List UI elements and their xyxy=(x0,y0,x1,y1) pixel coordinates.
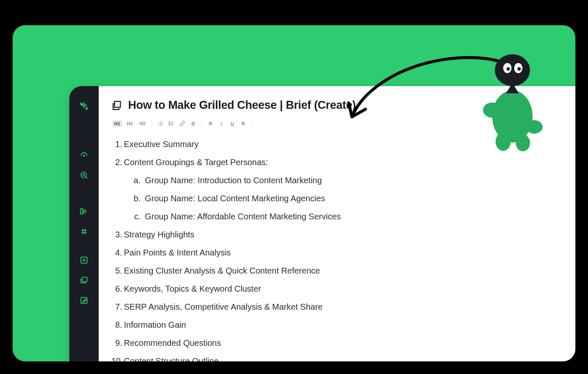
app-background-frame: How to Make Grilled Cheese | Brief (Crea… xyxy=(13,25,575,361)
svg-point-43 xyxy=(517,67,521,71)
edit-note-icon[interactable] xyxy=(76,292,92,309)
svg-point-42 xyxy=(507,67,510,71)
heading-h2-button[interactable]: H2 xyxy=(125,120,135,127)
hash-icon[interactable] xyxy=(76,223,92,240)
columns-icon[interactable] xyxy=(76,203,92,220)
svg-rect-5 xyxy=(81,209,83,214)
plus-square-icon[interactable] xyxy=(76,252,92,269)
heading-h1-button[interactable]: H1 xyxy=(112,120,122,127)
search-zoom-icon[interactable] xyxy=(76,167,92,184)
sidebar xyxy=(69,86,99,361)
list-item[interactable]: Pain Points & Intent Analysis xyxy=(121,246,559,259)
underline-button[interactable]: U xyxy=(228,120,236,127)
list-item[interactable]: Recommended Questions xyxy=(121,337,559,349)
speedometer-icon[interactable] xyxy=(76,147,92,163)
code-icon[interactable] xyxy=(189,119,197,128)
link-icon[interactable] xyxy=(178,119,186,128)
toolbar-divider xyxy=(202,120,202,127)
list-item[interactable]: Information Gain xyxy=(121,319,559,331)
heading-h3-button[interactable]: H3 xyxy=(137,120,147,127)
italic-button[interactable]: I xyxy=(217,120,226,127)
svg-point-29 xyxy=(169,125,170,126)
list-item[interactable]: Keywords, Topics & Keyword Cluster xyxy=(121,282,559,295)
svg-rect-17 xyxy=(115,101,121,107)
list-item[interactable]: Strategy Highlights xyxy=(121,228,559,241)
svg-point-0 xyxy=(84,155,85,156)
svg-point-39 xyxy=(495,54,530,86)
outline-list: Executive Summary Content Groupings & Ta… xyxy=(111,138,559,361)
copy-stack-icon[interactable] xyxy=(76,272,92,289)
list-item[interactable]: Group Name: Affordable Content Marketing… xyxy=(142,210,559,223)
unordered-list-icon[interactable] xyxy=(167,119,176,128)
svg-point-37 xyxy=(496,132,511,151)
ordered-list-icon[interactable]: 1 2 3 xyxy=(156,119,165,128)
mascot-character xyxy=(479,43,550,152)
svg-point-36 xyxy=(526,120,543,134)
page-title: How to Make Grilled Cheese | Brief (Crea… xyxy=(128,99,356,112)
svg-line-32 xyxy=(192,121,193,126)
page-icon xyxy=(111,100,122,111)
svg-point-38 xyxy=(516,134,530,151)
strikethrough-button[interactable]: S xyxy=(239,120,247,127)
toolbar-divider xyxy=(152,120,152,127)
svg-point-35 xyxy=(483,103,501,118)
svg-point-28 xyxy=(169,123,170,124)
list-item[interactable]: Group Name: Local Content Marketing Agen… xyxy=(142,192,559,205)
svg-point-27 xyxy=(169,122,170,123)
toolbar-divider xyxy=(252,120,252,127)
list-item[interactable]: Group Name: Introduction to Content Mark… xyxy=(142,174,559,187)
svg-rect-15 xyxy=(82,277,87,282)
bold-button[interactable]: B xyxy=(206,120,215,127)
list-item[interactable]: SERP Analysis, Competitive Analysis & Ma… xyxy=(121,300,559,313)
list-item[interactable]: Existing Cluster Analysis & Quick Conten… xyxy=(121,264,559,277)
list-item[interactable]: Content Structure Outline xyxy=(121,355,559,361)
sparkles-icon[interactable] xyxy=(76,98,92,115)
svg-line-33 xyxy=(194,121,194,126)
list-item[interactable]: Content Groupings & Target Personas: Gro… xyxy=(121,156,559,223)
svg-line-2 xyxy=(86,177,87,179)
sub-list: Group Name: Introduction to Content Mark… xyxy=(124,174,559,223)
svg-text:3: 3 xyxy=(158,124,159,126)
